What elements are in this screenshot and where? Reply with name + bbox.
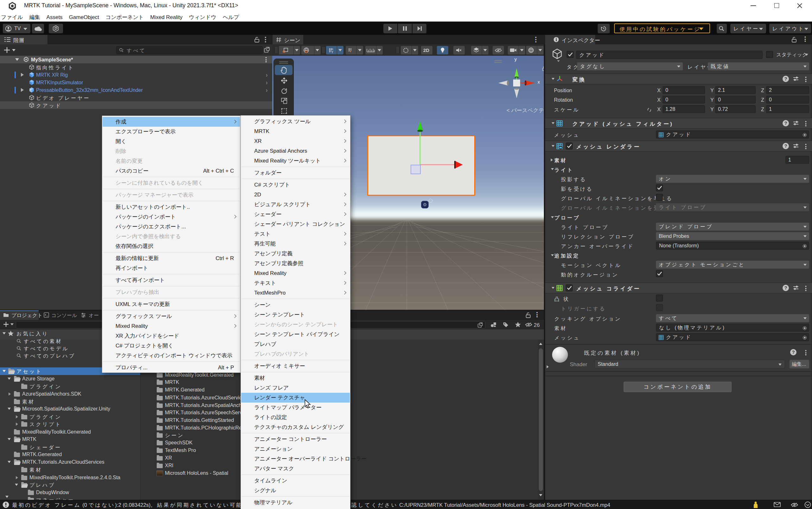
svg-text:Y: Y: [331, 50, 334, 53]
